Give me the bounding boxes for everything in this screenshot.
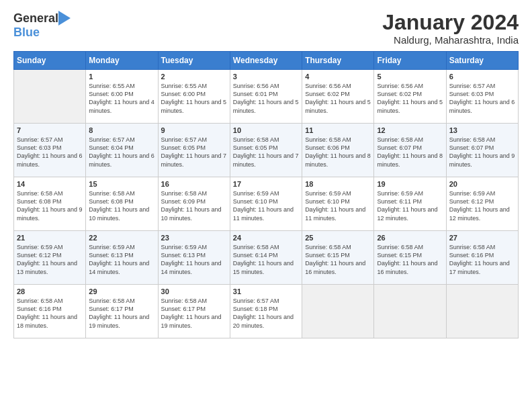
sunrise-text: Sunrise: 6:58 AM xyxy=(305,244,351,250)
daylight-text: Daylight: 11 hours and 6 minutes. xyxy=(449,99,515,113)
calendar-header-row: SundayMondayTuesdayWednesdayThursdayFrid… xyxy=(14,52,519,70)
daylight-text: Daylight: 11 hours and 10 minutes. xyxy=(161,206,222,221)
day-info: Sunrise: 6:59 AM Sunset: 6:10 PM Dayligh… xyxy=(305,189,371,222)
day-info: Sunrise: 6:59 AM Sunset: 6:11 PM Dayligh… xyxy=(377,189,443,222)
calendar-table: SundayMondayTuesdayWednesdayThursdayFrid… xyxy=(13,51,519,338)
daylight-text: Daylight: 11 hours and 9 minutes. xyxy=(17,206,83,221)
day-number: 12 xyxy=(377,126,443,134)
daylight-text: Daylight: 11 hours and 7 minutes. xyxy=(233,152,299,167)
table-cell: 7 Sunrise: 6:57 AM Sunset: 6:03 PM Dayli… xyxy=(14,124,86,177)
daylight-text: Daylight: 11 hours and 5 minutes. xyxy=(377,99,443,113)
calendar-title: January 2024 xyxy=(382,11,519,34)
week-row-4: 21 Sunrise: 6:59 AM Sunset: 6:12 PM Dayl… xyxy=(14,231,519,285)
sunset-text: Sunset: 6:02 PM xyxy=(305,91,350,97)
day-number: 18 xyxy=(305,180,371,188)
table-cell: 14 Sunrise: 6:58 AM Sunset: 6:08 PM Dayl… xyxy=(14,177,86,231)
sunset-text: Sunset: 6:07 PM xyxy=(449,144,494,151)
sunrise-text: Sunrise: 6:56 AM xyxy=(233,83,279,89)
day-number: 29 xyxy=(89,287,154,295)
table-cell: 15 Sunrise: 6:58 AM Sunset: 6:08 PM Dayl… xyxy=(86,177,158,231)
daylight-text: Daylight: 11 hours and 9 minutes. xyxy=(449,152,515,167)
sunrise-text: Sunrise: 6:59 AM xyxy=(449,190,496,197)
day-number: 22 xyxy=(89,234,154,242)
sunrise-text: Sunrise: 6:59 AM xyxy=(17,244,63,250)
table-cell xyxy=(446,285,518,338)
table-cell: 12 Sunrise: 6:58 AM Sunset: 6:07 PM Dayl… xyxy=(374,124,446,177)
week-row-1: 1 Sunrise: 6:55 AM Sunset: 6:00 PM Dayli… xyxy=(14,70,519,124)
sunset-text: Sunset: 6:06 PM xyxy=(305,144,350,151)
daylight-text: Daylight: 11 hours and 7 minutes. xyxy=(161,152,227,167)
header-monday: Monday xyxy=(86,52,158,70)
daylight-text: Daylight: 11 hours and 14 minutes. xyxy=(161,260,222,275)
daylight-text: Daylight: 11 hours and 5 minutes. xyxy=(305,99,371,113)
table-cell: 8 Sunrise: 6:57 AM Sunset: 6:04 PM Dayli… xyxy=(86,124,158,177)
day-number: 7 xyxy=(17,126,83,134)
day-number: 3 xyxy=(233,73,299,81)
day-number: 28 xyxy=(17,287,83,295)
week-row-2: 7 Sunrise: 6:57 AM Sunset: 6:03 PM Dayli… xyxy=(14,124,519,177)
day-number: 25 xyxy=(305,234,371,242)
title-section: January 2024 Naldurg, Maharashtra, India xyxy=(382,11,519,46)
day-number: 20 xyxy=(449,180,515,188)
table-cell xyxy=(374,285,446,338)
day-number: 15 xyxy=(89,180,154,188)
sunrise-text: Sunrise: 6:58 AM xyxy=(377,136,423,143)
day-info: Sunrise: 6:57 AM Sunset: 6:05 PM Dayligh… xyxy=(161,136,227,169)
table-cell: 2 Sunrise: 6:55 AM Sunset: 6:00 PM Dayli… xyxy=(158,70,230,124)
day-number: 19 xyxy=(377,180,443,188)
daylight-text: Daylight: 11 hours and 6 minutes. xyxy=(89,152,154,167)
daylight-text: Daylight: 11 hours and 14 minutes. xyxy=(89,260,149,275)
sunrise-text: Sunrise: 6:59 AM xyxy=(161,244,208,250)
sunset-text: Sunset: 6:13 PM xyxy=(89,252,134,259)
daylight-text: Daylight: 11 hours and 20 minutes. xyxy=(233,314,294,328)
sunrise-text: Sunrise: 6:58 AM xyxy=(233,244,279,250)
sunrise-text: Sunrise: 6:57 AM xyxy=(233,298,279,304)
day-number: 8 xyxy=(89,126,154,134)
sunset-text: Sunset: 6:15 PM xyxy=(377,252,422,259)
sunset-text: Sunset: 6:01 PM xyxy=(233,91,278,97)
day-info: Sunrise: 6:57 AM Sunset: 6:03 PM Dayligh… xyxy=(17,136,83,169)
sunset-text: Sunset: 6:15 PM xyxy=(305,252,350,259)
daylight-text: Daylight: 11 hours and 8 minutes. xyxy=(305,152,371,167)
page: General Blue January 2024 Naldurg, Mahar… xyxy=(0,0,532,411)
day-number: 16 xyxy=(161,180,227,188)
sunrise-text: Sunrise: 6:58 AM xyxy=(17,298,63,304)
table-cell: 23 Sunrise: 6:59 AM Sunset: 6:13 PM Dayl… xyxy=(158,231,230,285)
day-info: Sunrise: 6:59 AM Sunset: 6:12 PM Dayligh… xyxy=(449,189,515,222)
daylight-text: Daylight: 11 hours and 16 minutes. xyxy=(377,260,437,275)
sunrise-text: Sunrise: 6:59 AM xyxy=(377,190,423,197)
day-info: Sunrise: 6:58 AM Sunset: 6:16 PM Dayligh… xyxy=(17,297,83,330)
table-cell: 31 Sunrise: 6:57 AM Sunset: 6:18 PM Dayl… xyxy=(230,285,302,338)
header-friday: Friday xyxy=(374,52,446,70)
svg-marker-0 xyxy=(58,11,71,26)
day-number: 31 xyxy=(233,287,299,295)
sunset-text: Sunset: 6:00 PM xyxy=(161,91,206,97)
sunrise-text: Sunrise: 6:59 AM xyxy=(89,244,135,250)
table-cell: 20 Sunrise: 6:59 AM Sunset: 6:12 PM Dayl… xyxy=(446,177,518,231)
day-info: Sunrise: 6:59 AM Sunset: 6:10 PM Dayligh… xyxy=(233,189,299,222)
sunrise-text: Sunrise: 6:57 AM xyxy=(17,136,63,143)
sunset-text: Sunset: 6:10 PM xyxy=(233,198,278,205)
sunset-text: Sunset: 6:12 PM xyxy=(17,252,62,259)
table-cell: 11 Sunrise: 6:58 AM Sunset: 6:06 PM Dayl… xyxy=(302,124,374,177)
table-cell: 13 Sunrise: 6:58 AM Sunset: 6:07 PM Dayl… xyxy=(446,124,518,177)
sunrise-text: Sunrise: 6:57 AM xyxy=(161,136,208,143)
day-number: 13 xyxy=(449,126,515,134)
sunrise-text: Sunrise: 6:58 AM xyxy=(377,244,423,250)
table-cell: 27 Sunrise: 6:58 AM Sunset: 6:16 PM Dayl… xyxy=(446,231,518,285)
sunrise-text: Sunrise: 6:58 AM xyxy=(161,298,208,304)
day-info: Sunrise: 6:58 AM Sunset: 6:07 PM Dayligh… xyxy=(377,136,443,169)
table-cell xyxy=(14,70,86,124)
week-row-3: 14 Sunrise: 6:58 AM Sunset: 6:08 PM Dayl… xyxy=(14,177,519,231)
day-info: Sunrise: 6:58 AM Sunset: 6:15 PM Dayligh… xyxy=(305,243,371,276)
day-info: Sunrise: 6:56 AM Sunset: 6:02 PM Dayligh… xyxy=(305,82,371,115)
sunset-text: Sunset: 6:08 PM xyxy=(89,198,134,205)
daylight-text: Daylight: 11 hours and 12 minutes. xyxy=(449,206,510,221)
table-cell: 30 Sunrise: 6:58 AM Sunset: 6:17 PM Dayl… xyxy=(158,285,230,338)
day-number: 10 xyxy=(233,126,299,134)
logo: General Blue xyxy=(13,11,71,40)
day-info: Sunrise: 6:58 AM Sunset: 6:07 PM Dayligh… xyxy=(449,136,515,169)
sunrise-text: Sunrise: 6:55 AM xyxy=(89,83,135,89)
logo-arrow-icon xyxy=(58,11,71,26)
sunrise-text: Sunrise: 6:58 AM xyxy=(305,136,351,143)
